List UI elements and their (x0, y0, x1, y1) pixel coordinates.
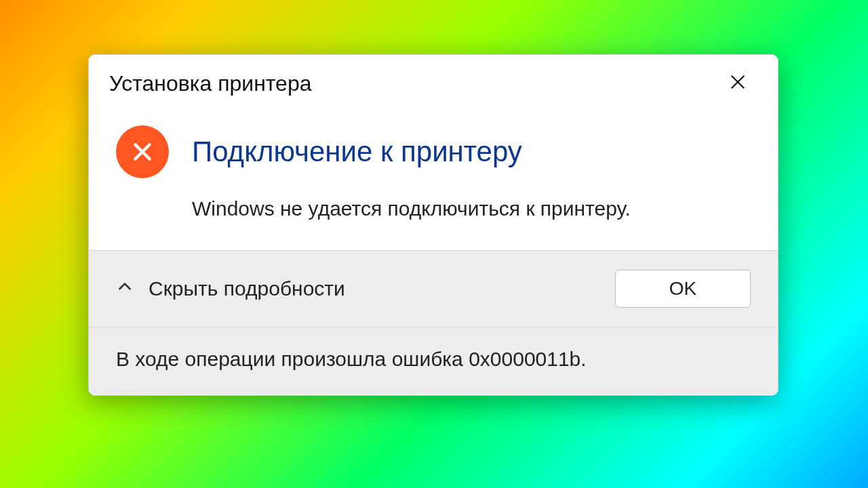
printer-install-dialog: Установка принтера Подключение к принтер… (88, 54, 778, 396)
dialog-titlebar: Установка принтера (89, 55, 778, 106)
chevron-up-icon (116, 277, 134, 300)
error-icon (116, 125, 169, 178)
dialog-content: Подключение к принтеру Windows не удаетс… (89, 106, 778, 250)
close-icon (728, 73, 747, 94)
dialog-message: Windows не удается подключиться к принте… (116, 197, 751, 220)
heading-row: Подключение к принтеру (116, 125, 751, 178)
ok-button[interactable]: OK (615, 270, 751, 308)
details-toggle-label: Скрыть подробности (149, 277, 345, 300)
details-panel: В ходе операции произошла ошибка 0x00000… (89, 327, 778, 395)
details-toggle[interactable]: Скрыть подробности (116, 277, 345, 300)
dialog-heading: Подключение к принтеру (192, 136, 522, 168)
details-text: В ходе операции произошла ошибка 0x00000… (116, 348, 587, 370)
dialog-footer: Скрыть подробности OK (89, 250, 778, 327)
close-button[interactable] (718, 67, 757, 100)
ok-button-label: OK (669, 278, 696, 300)
dialog-title: Установка принтера (109, 71, 312, 96)
